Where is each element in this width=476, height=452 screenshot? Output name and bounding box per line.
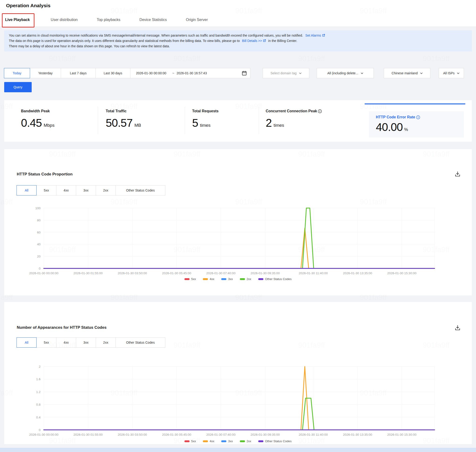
info-icon[interactable] [416, 115, 420, 119]
status-proportion-chart: 0204060801002026-01-30 00:00:002026-01-3… [4, 199, 472, 276]
download-icon[interactable] [455, 171, 461, 177]
range-yesterday-button[interactable]: Yesterday [30, 68, 61, 78]
legend-item[interactable]: Other Status Codes [258, 277, 292, 281]
chevron-down-icon [361, 72, 363, 74]
legend-item[interactable]: Other Status Codes [258, 439, 292, 443]
date-range-presets: Today Yesterday Last 7 days Last 30 days… [4, 68, 250, 78]
download-icon[interactable] [455, 325, 461, 331]
legend-label: 3xx [228, 439, 233, 443]
legend-swatch [221, 440, 226, 442]
svg-text:2026-01-30 13:35:00: 2026-01-30 13:35:00 [343, 433, 372, 436]
svg-text:2: 2 [39, 365, 40, 368]
tab-origin-server[interactable]: Origin Server [181, 18, 212, 22]
stat-http-code-error-rate[interactable]: HTTP Code Error Rate 40.00% [369, 111, 464, 138]
domain-tag-select[interactable]: Select domain tag [263, 68, 309, 78]
svg-text:1.2: 1.2 [36, 390, 40, 394]
filter-2xx-button[interactable]: 2xx [96, 337, 116, 348]
isp-select[interactable]: All ISPs [439, 68, 464, 78]
legend-swatch [184, 440, 189, 442]
legend-swatch [203, 278, 208, 280]
chevron-down-icon [457, 72, 459, 74]
tab-live-playback[interactable]: Live Playback [5, 18, 36, 22]
filter-all-button[interactable]: All [17, 337, 37, 348]
legend-label: 3xx [228, 277, 233, 281]
chevron-down-icon [299, 72, 302, 74]
legend-item[interactable]: 2xx [240, 439, 251, 443]
tab-bar: Live Playback User distribution Top play… [0, 13, 476, 27]
range-today-button[interactable]: Today [4, 68, 30, 78]
filter-5xx-button[interactable]: 5xx [36, 185, 56, 195]
filter-3xx-button[interactable]: 3xx [76, 337, 96, 348]
legend-item[interactable]: 4xx [203, 439, 214, 443]
set-alarms-link[interactable]: Set Alarms [305, 33, 321, 37]
page-title: Operation Analysis [6, 3, 51, 8]
legend-item[interactable]: 3xx [221, 277, 233, 281]
tab-device-statistics[interactable]: Device Statistics [135, 18, 171, 22]
legend-label: 2xx [247, 277, 251, 281]
bottom-banner-edge [0, 448, 476, 452]
divider [98, 107, 98, 134]
info-icon[interactable] [318, 109, 322, 113]
legend-swatch [240, 440, 245, 442]
info-banner: You can set alarms in cloud monitoring t… [4, 30, 472, 52]
svg-text:2026-01-30 05:45:00: 2026-01-30 05:45:00 [162, 433, 191, 436]
legend-label: Other Status Codes [265, 277, 292, 281]
filter-4xx-button[interactable]: 4xx [56, 337, 76, 348]
filter-5xx-button[interactable]: 5xx [36, 337, 56, 348]
svg-text:2026-01-30 09:35:00: 2026-01-30 09:35:00 [251, 272, 280, 275]
filter-other-button[interactable]: Other Status Codes [116, 185, 165, 195]
divider [185, 107, 185, 134]
tab-user-distribution[interactable]: User distribution [46, 18, 82, 22]
error-rate-highlight-bar [365, 103, 465, 104]
range-last30days-button[interactable]: Last 30 days [96, 68, 130, 78]
domain-select[interactable]: All (including delete... [317, 68, 374, 78]
legend-label: 4xx [209, 439, 214, 443]
legend-label: 4xx [209, 277, 214, 281]
svg-text:2026-01-30 09:35:00: 2026-01-30 09:35:00 [251, 433, 280, 436]
status-proportion-card: HTTP Status Code Proportion All 5xx 4xx … [4, 149, 472, 295]
chart-legend: 5xx4xx3xx2xxOther Status Codes [4, 439, 472, 443]
external-link-icon [263, 39, 266, 42]
filter-2xx-button[interactable]: 2xx [96, 185, 116, 195]
chart-title: Number of Appearances for HTTP Status Co… [17, 325, 106, 330]
date-start-value[interactable]: 2026-01-30 00:00:00 [136, 71, 166, 75]
legend-item[interactable]: 3xx [221, 439, 233, 443]
bill-details-link[interactable]: Bill Details >> [242, 39, 262, 43]
banner-line-2: The data on this page is used for operat… [9, 38, 467, 44]
svg-text:100: 100 [35, 206, 40, 210]
filter-all-button[interactable]: All [17, 185, 37, 195]
svg-text:20: 20 [37, 255, 40, 258]
date-end-value[interactable]: 2026-01-30 16:57:43 [176, 71, 207, 75]
legend-item[interactable]: 5xx [184, 439, 196, 443]
external-link-icon [322, 34, 325, 37]
svg-text:2026-01-30 03:50:00: 2026-01-30 03:50:00 [118, 272, 147, 275]
svg-text:60: 60 [37, 231, 40, 234]
stat-total-traffic: Total Traffic 50.57MB [106, 109, 141, 129]
legend-swatch [258, 278, 263, 280]
date-range-input[interactable]: 2026-01-30 00:00:00 ~ 2026-01-30 16:57:4… [130, 68, 250, 78]
filter-other-button[interactable]: Other Status Codes [116, 337, 165, 348]
divider [259, 107, 259, 134]
legend-item[interactable]: 5xx [184, 277, 196, 281]
chevron-down-icon [420, 72, 423, 74]
svg-text:2026-01-30 07:40:00: 2026-01-30 07:40:00 [206, 272, 235, 275]
svg-text:2026-01-30 01:55:00: 2026-01-30 01:55:00 [73, 272, 103, 275]
region-select[interactable]: Chinese mainland [384, 68, 430, 78]
query-button[interactable]: Query [4, 82, 32, 92]
filter-3xx-button[interactable]: 3xx [76, 185, 96, 195]
legend-swatch [258, 440, 263, 442]
tab-top-playbacks[interactable]: Top playbacks [92, 18, 125, 22]
banner-line-3: There may be a delay of about one hour i… [9, 44, 467, 49]
calendar-icon[interactable] [242, 71, 247, 76]
legend-swatch [240, 278, 245, 280]
legend-item[interactable]: 2xx [240, 277, 251, 281]
range-last7days-button[interactable]: Last 7 days [61, 68, 96, 78]
stat-bandwidth-peak: Bandwidth Peak 0.45Mbps [21, 109, 54, 129]
filter-4xx-button[interactable]: 4xx [56, 185, 76, 195]
status-appearances-chart: 00.40.81.21.622026-01-30 00:00:002026-01… [4, 360, 472, 438]
legend-item[interactable]: 4xx [203, 277, 214, 281]
svg-text:2026-01-30 03:50:00: 2026-01-30 03:50:00 [118, 433, 147, 436]
status-appearances-card: Number of Appearances for HTTP Status Co… [4, 302, 472, 444]
svg-text:2026-01-30 01:55:00: 2026-01-30 01:55:00 [73, 433, 103, 436]
status-filter-group: All 5xx 4xx 3xx 2xx Other Status Codes [17, 337, 165, 348]
